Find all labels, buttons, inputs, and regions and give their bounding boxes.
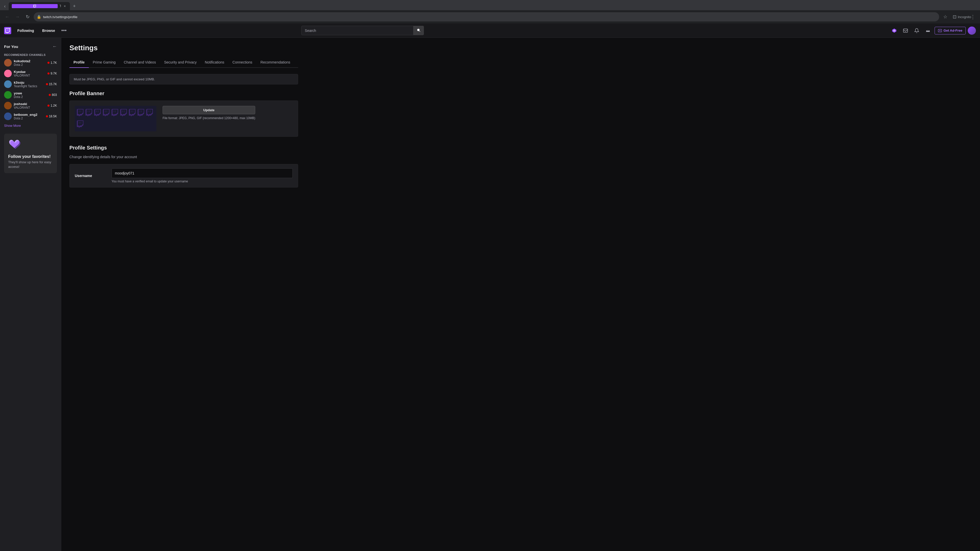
twitch-glitch-icon [5, 28, 10, 33]
heart-icon [8, 138, 21, 150]
banner-twitch-icon-3 [94, 109, 101, 117]
live-dot-yowe [49, 94, 51, 96]
channel-avatar-yowe [4, 91, 12, 99]
get-ad-free-button[interactable]: Get Ad-Free [935, 27, 966, 35]
extensions-button[interactable]: ⊡ [950, 13, 959, 21]
prime-button[interactable] [923, 26, 932, 35]
search-icon [417, 28, 421, 32]
tab-close-button[interactable]: × [63, 3, 67, 9]
user-avatar[interactable] [968, 27, 976, 35]
channel-item-yowe[interactable]: yowe Dota 2 803 [0, 89, 61, 100]
channel-avatar-k3soju [4, 80, 12, 88]
tab-notifications[interactable]: Notifications [201, 57, 228, 68]
refresh-button[interactable]: ↻ [24, 13, 32, 21]
live-dot-kukudota2 [48, 62, 49, 64]
username-field: Username You must have a verified email … [69, 164, 298, 187]
channel-item-kukudota2[interactable]: kukudota2 Dota 2 1.7K [0, 57, 61, 68]
update-banner-button[interactable]: Update [162, 106, 255, 114]
recommended-channels-title: RECOMMENDED CHANNELS [0, 51, 61, 57]
banner-twitch-icon-7 [129, 109, 136, 117]
channel-name-yowe: yowe [14, 91, 47, 95]
settings-container: Settings Profile Prime Gaming Channel an… [61, 38, 306, 200]
notice-text: Must be JPEG, PNG, or GIF and cannot exc… [74, 77, 155, 81]
get-ad-free-label: Get Ad-Free [943, 29, 963, 32]
channel-game-yowe: Dota 2 [14, 95, 47, 99]
header-nav: Following Browse ••• [15, 27, 67, 34]
channel-info-kyedae: Kyedae VALORANT [14, 70, 45, 77]
profile-banner-section: Profile Banner [69, 91, 298, 137]
channel-game-kyedae: VALORANT [14, 74, 45, 77]
for-you-label: For You [4, 44, 18, 49]
twitch-logo[interactable] [4, 27, 11, 34]
search-button[interactable] [413, 26, 424, 35]
mail-button[interactable] [901, 26, 910, 35]
incognito-button[interactable]: Incognito [959, 13, 968, 21]
url-text: twitch.tv/settings/profile [43, 15, 936, 19]
tab-bar: ‹ Twitch × + [0, 0, 980, 10]
active-tab[interactable]: Twitch × [9, 2, 70, 10]
channel-item-joshseki[interactable]: joshseki VALORANT 1.2K [0, 100, 61, 111]
username-input-area: You must have a verified email to update… [111, 168, 293, 183]
channel-viewers-betboom: 18.5K [46, 114, 57, 118]
tab-connections[interactable]: Connections [228, 57, 256, 68]
bits-button[interactable] [890, 26, 899, 35]
profile-settings-description: Change identifying details for your acco… [69, 155, 298, 159]
tab-title: Twitch [60, 4, 61, 8]
bookmark-button[interactable]: ☆ [941, 13, 950, 21]
tab-left-arrow[interactable]: ‹ [2, 3, 8, 10]
bits-icon [892, 28, 897, 33]
new-tab-button[interactable]: + [71, 3, 78, 10]
tab-prime-gaming[interactable]: Prime Gaming [89, 57, 120, 68]
live-dot-k3soju [46, 83, 48, 85]
channel-avatar-kukudota2 [4, 59, 12, 67]
channel-info-kukudota2: kukudota2 Dota 2 [14, 59, 45, 67]
banner-twitch-icon-10 [77, 121, 84, 129]
sidebar-collapse-button[interactable]: ← [52, 44, 57, 49]
tab-recommendations[interactable]: Recommendations [256, 57, 294, 68]
banner-twitch-icon-4 [103, 109, 110, 117]
channel-item-k3soju[interactable]: k3soju Teamfight Tactics 15.7K [0, 79, 61, 89]
username-input[interactable] [111, 168, 293, 178]
nav-actions: ☆ ⊡ Incognito ⋮ [941, 13, 977, 21]
channel-info-joshseki: joshseki VALORANT [14, 102, 45, 110]
channel-avatar-kyedae [4, 70, 12, 77]
profile-settings-title: Profile Settings [69, 145, 298, 151]
profile-banner-title: Profile Banner [69, 91, 298, 97]
channel-info-k3soju: k3soju Teamfight Tactics [14, 81, 44, 88]
profile-banner-area: Update File format: JPEG, PNG, GIF (reco… [69, 100, 298, 137]
get-ad-free-icon [938, 29, 942, 33]
forward-button[interactable]: → [13, 13, 21, 21]
browse-nav-item[interactable]: Browse [40, 27, 57, 34]
channel-info-betboom: betboom_eng2 Dota 2 [14, 113, 44, 120]
channel-viewers-k3soju: 15.7K [46, 83, 57, 86]
search-input[interactable] [302, 27, 413, 35]
channel-item-betboom[interactable]: betboom_eng2 Dota 2 18.5K [0, 111, 61, 122]
twitch-favicon-icon [33, 5, 36, 8]
channel-avatar-betboom [4, 113, 12, 120]
notifications-icon [914, 28, 919, 33]
twitch-header: Following Browse ••• [0, 24, 980, 38]
tab-profile[interactable]: Profile [69, 57, 89, 68]
tab-channel-videos[interactable]: Channel and Videos [120, 57, 160, 68]
back-button[interactable]: ← [3, 13, 11, 21]
sidebar: For You ← RECOMMENDED CHANNELS kukudota2… [0, 38, 61, 551]
channel-avatar-joshseki [4, 102, 12, 110]
settings-tabs: Profile Prime Gaming Channel and Videos … [69, 57, 298, 68]
username-label: Username [75, 174, 105, 178]
channel-item-kyedae[interactable]: Kyedae VALORANT 9.7K [0, 68, 61, 79]
header-actions: Get Ad-Free [890, 26, 976, 35]
notifications-button[interactable] [912, 26, 921, 35]
header-more-button[interactable]: ••• [61, 27, 67, 33]
show-more-button[interactable]: Show More [0, 122, 25, 130]
profile-settings-section: Profile Settings Change identifying deta… [69, 145, 298, 187]
secure-icon: 🔒 [37, 15, 41, 19]
tab-security-privacy[interactable]: Security and Privacy [160, 57, 201, 68]
browser-more-button[interactable]: ⋮ [969, 13, 977, 21]
browser-chrome: ‹ Twitch × + ← → ↻ 🔒 twitch.tv/settings/… [0, 0, 980, 24]
following-nav-item[interactable]: Following [15, 27, 36, 34]
content-area: For You ← RECOMMENDED CHANNELS kukudota2… [0, 38, 980, 551]
channel-game-joshseki: VALORANT [14, 106, 45, 110]
address-bar[interactable]: 🔒 twitch.tv/settings/profile [34, 12, 939, 21]
browser-nav-bar: ← → ↻ 🔒 twitch.tv/settings/profile ☆ ⊡ I… [0, 10, 980, 24]
username-hint: You must have a verified email to update… [111, 179, 293, 183]
